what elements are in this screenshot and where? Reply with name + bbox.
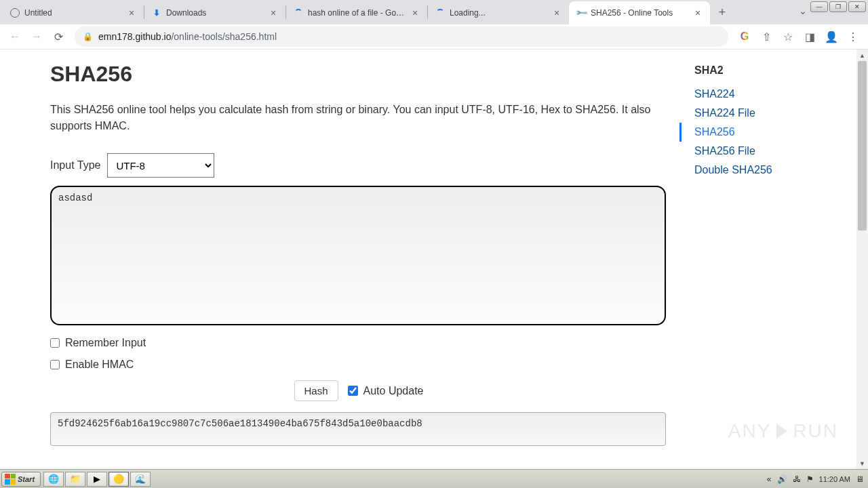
start-button[interactable]: Start [1, 472, 41, 487]
tab-downloads[interactable]: ⬇ Downloads × [144, 1, 285, 24]
enable-hmac-label: Enable HMAC [65, 359, 134, 371]
auto-update-label: Auto Update [363, 385, 424, 397]
side-panel-icon[interactable]: ◨ [800, 27, 819, 46]
tab-list-dropdown[interactable]: ⌄ [799, 5, 807, 16]
back-button[interactable]: ← [5, 27, 24, 46]
scroll-down-arrow[interactable]: ▼ [856, 458, 868, 469]
page-viewport: SHA256 This SHA256 online tool helps you… [0, 49, 868, 469]
taskbar-app-media[interactable]: ▶ [87, 472, 107, 487]
hash-output-textarea[interactable] [50, 412, 666, 446]
browser-toolbar: ← → ⟳ 🔒 emn178.github.io/online-tools/sh… [0, 24, 868, 49]
tab-sha256-tools[interactable]: 🔧 SHA256 - Online Tools × [569, 1, 710, 24]
taskbar-app-ie[interactable]: 🌐 [43, 472, 64, 487]
new-tab-button[interactable]: + [713, 3, 732, 22]
tab-title: hash online of a file - Google S [308, 8, 406, 18]
sidebar-item-sha256[interactable]: SHA256 [679, 123, 816, 142]
tab-google-search[interactable]: hash online of a file - Google S × [286, 1, 427, 24]
close-icon[interactable]: × [551, 7, 562, 18]
close-icon[interactable]: × [410, 7, 420, 18]
loading-spinner-icon [435, 7, 446, 18]
url-text: emn178.github.io/online-tools/sha256.htm… [98, 31, 720, 42]
forward-button[interactable]: → [27, 27, 46, 46]
tab-loading[interactable]: Loading... × [428, 1, 569, 24]
sidebar-item-sha224-file[interactable]: SHA224 File [694, 104, 816, 123]
globe-icon [9, 7, 20, 18]
lock-icon: 🔒 [83, 32, 93, 41]
remember-input-label: Remember Input [65, 337, 146, 349]
tab-title: Downloads [166, 8, 264, 18]
network-icon[interactable]: 🖧 [793, 474, 801, 484]
close-icon[interactable]: × [692, 7, 703, 18]
hash-input-textarea[interactable] [50, 186, 666, 325]
sidebar-group-title: SHA2 [694, 64, 816, 77]
page-description: This SHA256 online tool helps you calcul… [50, 102, 667, 134]
tab-title: Loading... [450, 8, 547, 18]
loading-spinner-icon [293, 7, 304, 18]
window-controls: — ❐ ✕ [810, 1, 866, 12]
scrollbar-thumb[interactable] [858, 61, 867, 230]
taskbar-app-chrome[interactable]: 🟡 [108, 472, 129, 487]
menu-icon[interactable]: ⋮ [844, 27, 863, 46]
page-title: SHA256 [50, 62, 667, 87]
tab-title: Untitled [24, 8, 122, 18]
remember-input-row[interactable]: Remember Input [50, 337, 667, 349]
remember-input-checkbox[interactable] [50, 338, 60, 348]
sidebar-item-sha256-file[interactable]: SHA256 File [694, 142, 816, 161]
download-icon: ⬇ [151, 7, 162, 18]
flag-icon[interactable]: ⚑ [806, 474, 814, 484]
enable-hmac-row[interactable]: Enable HMAC [50, 359, 667, 371]
google-account-icon[interactable]: G [735, 27, 754, 46]
tray-expand-icon[interactable]: « [767, 474, 772, 484]
sidebar-item-double-sha256[interactable]: Double SHA256 [694, 161, 816, 180]
reload-button[interactable]: ⟳ [49, 27, 68, 46]
volume-icon[interactable]: 🔊 [777, 474, 787, 484]
vertical-scrollbar[interactable]: ▲ ▼ [856, 49, 868, 469]
window-maximize-button[interactable]: ❐ [829, 1, 847, 12]
sidebar-nav: SHA2 SHA224 SHA224 File SHA256 SHA256 Fi… [667, 62, 816, 448]
hash-button[interactable]: Hash [294, 380, 338, 401]
window-minimize-button[interactable]: — [810, 1, 828, 12]
input-type-select[interactable]: UTF-8 [107, 153, 214, 178]
main-content: SHA256 This SHA256 online tool helps you… [50, 62, 667, 448]
tab-untitled[interactable]: Untitled × [3, 1, 144, 24]
tab-title: SHA256 - Online Tools [591, 8, 688, 18]
taskbar-app-explorer[interactable]: 📁 [65, 472, 85, 487]
auto-update-row[interactable]: Auto Update [348, 385, 424, 397]
windows-taskbar: Start 🌐 📁 ▶ 🟡 🌊 « 🔊 🖧 ⚑ 11:20 AM 🖥 [0, 469, 868, 488]
close-icon[interactable]: × [126, 7, 137, 18]
input-type-label: Input Type [50, 159, 100, 171]
scroll-up-arrow[interactable]: ▲ [856, 49, 868, 61]
auto-update-checkbox[interactable] [348, 386, 358, 396]
close-icon[interactable]: × [268, 7, 279, 18]
taskbar-clock[interactable]: 11:20 AM [819, 475, 850, 483]
address-bar[interactable]: 🔒 emn178.github.io/online-tools/sha256.h… [75, 26, 728, 47]
profile-icon[interactable]: 👤 [822, 27, 841, 46]
taskbar-app-edge[interactable]: 🌊 [130, 472, 151, 487]
bookmark-icon[interactable]: ☆ [778, 27, 797, 46]
system-tray: « 🔊 🖧 ⚑ 11:20 AM 🖥 [767, 474, 867, 484]
share-icon[interactable]: ⇧ [757, 27, 776, 46]
browser-tab-strip: — ❐ ✕ Untitled × ⬇ Downloads × hash onli… [0, 0, 868, 24]
windows-logo-icon [5, 474, 16, 485]
window-close-button[interactable]: ✕ [848, 1, 866, 12]
sidebar-item-sha224[interactable]: SHA224 [694, 85, 816, 104]
wrench-icon: 🔧 [576, 7, 587, 18]
enable-hmac-checkbox[interactable] [50, 360, 60, 369]
show-desktop-button[interactable]: 🖥 [856, 474, 864, 484]
